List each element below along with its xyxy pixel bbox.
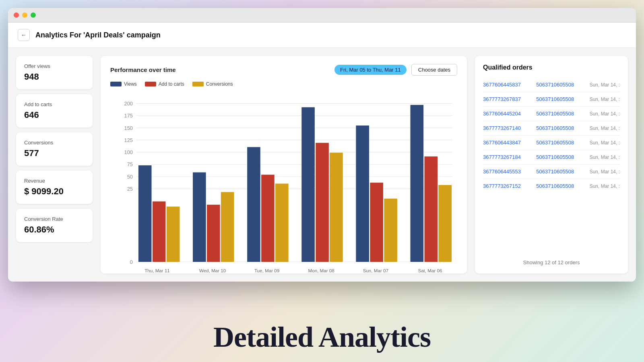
svg-text:Tue, Mar 09: Tue, Mar 09 bbox=[254, 268, 279, 273]
back-icon: ← bbox=[21, 32, 27, 38]
orders-title: Qualified orders bbox=[483, 64, 620, 71]
order-id-link[interactable]: 3677606445204 bbox=[483, 111, 532, 117]
svg-text:Sun, Mar 07: Sun, Mar 07 bbox=[363, 268, 388, 273]
legend-add-to-carts: Add to carts bbox=[145, 81, 184, 87]
svg-text:75: 75 bbox=[127, 161, 133, 167]
legend-views-color bbox=[110, 82, 122, 86]
order-row: 3677606445204 5063710605508 Sun, Mar 14,… bbox=[483, 107, 620, 121]
svg-text:200: 200 bbox=[124, 101, 133, 107]
bar-thu-views bbox=[138, 165, 152, 262]
chart-legend: Views Add to carts Conversions bbox=[110, 81, 457, 87]
legend-conversions-color bbox=[192, 82, 204, 86]
stat-value-add-to-carts: 646 bbox=[24, 110, 85, 120]
order-date: Sun, Mar 14, : bbox=[590, 169, 620, 175]
bar-sun-views bbox=[356, 125, 369, 262]
order-date: Sun, Mar 14, : bbox=[590, 111, 620, 117]
bar-mon-views bbox=[301, 107, 315, 262]
order-product-link[interactable]: 5063710605508 bbox=[536, 169, 585, 175]
order-row: 3677773267184 5063710605508 Sun, Mar 14,… bbox=[483, 150, 620, 165]
svg-text:Sat, Mar 06: Sat, Mar 06 bbox=[418, 268, 442, 273]
orders-panel: Qualified orders 3677606445837 506371060… bbox=[475, 56, 628, 274]
bar-tue-conversions bbox=[275, 183, 289, 262]
stat-label-revenue: Revenue bbox=[24, 178, 85, 184]
page-title: Analytics For 'April Deals' campaign bbox=[35, 31, 161, 39]
stat-card-revenue: Revenue $ 9099.20 bbox=[16, 171, 93, 204]
bar-thu-conversions bbox=[167, 207, 180, 262]
order-date: Sun, Mar 14, : bbox=[590, 183, 620, 189]
stat-value-conversions: 577 bbox=[24, 148, 85, 158]
order-id-link[interactable]: 3677606445837 bbox=[483, 82, 532, 88]
chart-title: Performance over time bbox=[110, 66, 176, 73]
svg-text:100: 100 bbox=[124, 149, 133, 155]
order-id-link[interactable]: 3677773267184 bbox=[483, 154, 532, 160]
bar-sat-views bbox=[411, 105, 424, 262]
bar-wed-conversions bbox=[221, 192, 234, 262]
order-row: 3677773267152 5063710605508 Sun, Mar 14,… bbox=[483, 179, 620, 193]
stat-card-add-to-carts: Add to carts 646 bbox=[16, 94, 93, 128]
svg-text:Mon, Mar 08: Mon, Mar 08 bbox=[308, 268, 334, 273]
legend-conversions-label: Conversions bbox=[206, 81, 233, 87]
order-id-link[interactable]: 3677606445553 bbox=[483, 169, 532, 175]
maximize-button[interactable] bbox=[31, 12, 36, 18]
bar-tue-views bbox=[247, 147, 260, 262]
legend-carts-color bbox=[145, 82, 156, 86]
order-date: Sun, Mar 14, : bbox=[590, 97, 620, 102]
minimize-button[interactable] bbox=[22, 12, 27, 18]
svg-text:Thu, Mar 11: Thu, Mar 11 bbox=[144, 268, 170, 273]
order-row: 3677606443847 5063710605508 Sun, Mar 14,… bbox=[483, 136, 620, 150]
order-id-link[interactable]: 3677606443847 bbox=[483, 140, 532, 146]
app-window: ← Analytics For 'April Deals' campaign O… bbox=[8, 8, 636, 282]
order-row: 3677606445837 5063710605508 Sun, Mar 14,… bbox=[483, 78, 620, 92]
legend-views: Views bbox=[110, 81, 137, 87]
stats-sidebar: Offer views 948 Add to carts 646 Convers… bbox=[16, 56, 93, 274]
order-product-link[interactable]: 5063710605508 bbox=[536, 183, 585, 189]
stat-label-add-to-carts: Add to carts bbox=[24, 101, 85, 107]
stat-label-conversion-rate: Conversion Rate bbox=[24, 216, 85, 222]
bar-wed-views bbox=[193, 173, 206, 262]
legend-conversions: Conversions bbox=[192, 81, 233, 87]
order-product-link[interactable]: 5063710605508 bbox=[536, 82, 585, 88]
order-product-link[interactable]: 5063710605508 bbox=[536, 140, 585, 146]
svg-text:25: 25 bbox=[127, 186, 133, 192]
order-row: 3677606445553 5063710605508 Sun, Mar 14,… bbox=[483, 165, 620, 179]
order-date: Sun, Mar 14, : bbox=[590, 140, 620, 146]
order-date: Sun, Mar 14, : bbox=[590, 82, 620, 88]
bottom-text: Detailed Analytics bbox=[0, 321, 644, 354]
bar-sat-carts bbox=[424, 156, 438, 262]
orders-list: 3677606445837 5063710605508 Sun, Mar 14,… bbox=[483, 78, 620, 255]
order-id-link[interactable]: 3677773267140 bbox=[483, 125, 532, 131]
order-date: Sun, Mar 14, : bbox=[590, 125, 620, 131]
date-range-badge: Fri, Mar 05 to Thu, Mar 11 bbox=[334, 65, 407, 75]
order-row: 3677773267140 5063710605508 Sun, Mar 14,… bbox=[483, 121, 620, 136]
order-id-link[interactable]: 3677773267837 bbox=[483, 96, 532, 102]
stat-value-revenue: $ 9099.20 bbox=[24, 186, 85, 197]
stat-card-conversion-rate: Conversion Rate 60.86% bbox=[16, 209, 93, 242]
svg-text:175: 175 bbox=[124, 113, 133, 119]
legend-carts-label: Add to carts bbox=[159, 81, 184, 87]
stat-label-conversions: Conversions bbox=[24, 140, 85, 146]
order-product-link[interactable]: 5063710605508 bbox=[536, 125, 585, 131]
back-button[interactable]: ← bbox=[18, 29, 30, 41]
bar-sun-conversions bbox=[384, 199, 397, 262]
svg-text:Wed, Mar 10: Wed, Mar 10 bbox=[199, 268, 226, 273]
order-row: 3677773267837 5063710605508 Sun, Mar 14,… bbox=[483, 92, 620, 107]
svg-text:0: 0 bbox=[130, 259, 133, 265]
choose-dates-button[interactable]: Choose dates bbox=[411, 64, 457, 76]
main-content: Offer views 948 Add to carts 646 Convers… bbox=[8, 48, 636, 282]
bar-mon-carts bbox=[316, 143, 329, 262]
app-body: ← Analytics For 'April Deals' campaign O… bbox=[8, 23, 636, 282]
bar-tue-carts bbox=[261, 175, 275, 262]
order-product-link[interactable]: 5063710605508 bbox=[536, 111, 585, 117]
order-id-link[interactable]: 3677773267152 bbox=[483, 183, 532, 189]
stat-value-offer-views: 948 bbox=[24, 72, 85, 82]
stat-label-offer-views: Offer views bbox=[24, 63, 85, 69]
legend-views-label: Views bbox=[124, 81, 137, 87]
titlebar bbox=[8, 8, 636, 23]
order-product-link[interactable]: 5063710605508 bbox=[536, 154, 585, 160]
order-product-link[interactable]: 5063710605508 bbox=[536, 96, 585, 102]
order-date: Sun, Mar 14, : bbox=[590, 154, 620, 160]
chart-container: Performance over time Fri, Mar 05 to Thu… bbox=[101, 56, 467, 274]
close-button[interactable] bbox=[14, 12, 19, 18]
chart-svg-wrapper: 200 175 150 125 100 75 50 25 0 bbox=[110, 93, 457, 282]
stat-card-offer-views: Offer views 948 bbox=[16, 56, 93, 89]
